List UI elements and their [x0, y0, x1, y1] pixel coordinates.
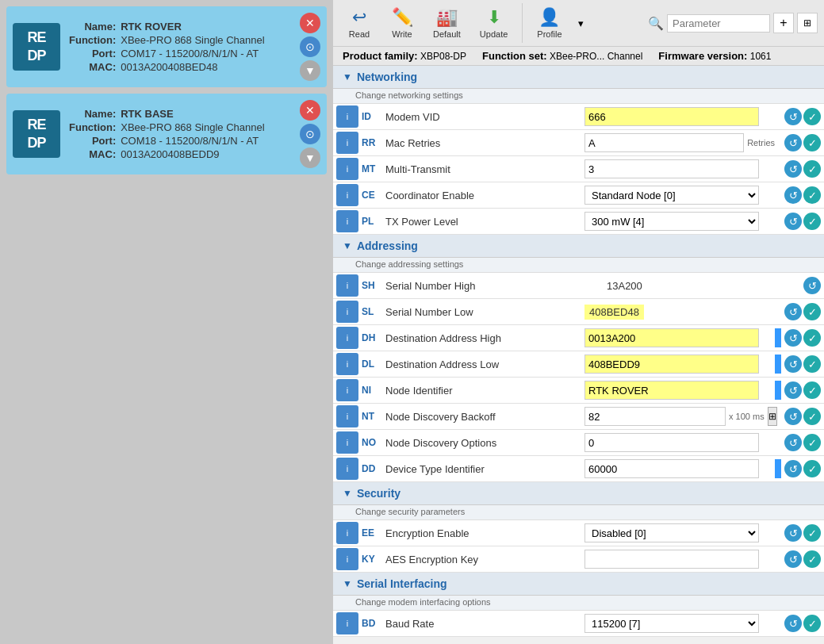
reset-btn-DH[interactable]: ↺	[784, 329, 802, 347]
reset-btn-BD[interactable]: ↺	[784, 615, 802, 632]
param-code-DD: DD	[362, 463, 384, 474]
apply-btn-PL[interactable]: ✓	[803, 213, 821, 230]
reset-btn-EE[interactable]: ↺	[784, 524, 802, 542]
param-code-EE: EE	[362, 527, 384, 539]
apply-btn-RR[interactable]: ✓	[803, 134, 821, 151]
reset-btn-RR[interactable]: ↺	[784, 134, 802, 151]
param-input-NT[interactable]	[584, 407, 726, 426]
apply-btn-NI[interactable]: ✓	[803, 381, 821, 399]
reset-btn-DL[interactable]: ↺	[784, 355, 802, 373]
section-header-serial[interactable]: ▼ Serial Interfacing	[333, 573, 824, 596]
info-button-ID[interactable]: i	[336, 105, 358, 128]
read-button[interactable]: ↩ Read	[339, 4, 379, 42]
param-unit-RR: Retries	[747, 138, 775, 148]
param-input-RR[interactable]	[584, 133, 744, 152]
profile-button[interactable]: 👤 Profile	[529, 4, 569, 42]
down-button-rover[interactable]: ▼	[300, 60, 320, 81]
param-input-DH[interactable]	[584, 328, 759, 347]
profile-dropdown-button[interactable]: ▾	[573, 14, 589, 33]
info-button-RR[interactable]: i	[336, 132, 358, 154]
write-button[interactable]: ✏️ Write	[382, 4, 422, 42]
section-header-networking[interactable]: ▼ Networking	[333, 66, 824, 89]
reset-btn-PL[interactable]: ↺	[784, 213, 802, 230]
param-input-NO[interactable]	[584, 433, 759, 452]
toolbar-right: 🔍 + ⊞	[648, 13, 818, 33]
reset-btn-SH[interactable]: ↺	[803, 277, 821, 294]
dropdown-arrow-icon: ▾	[578, 17, 584, 29]
param-name-DH: Destination Address High	[384, 332, 584, 344]
param-row-security-EE: i EE Encryption Enable Disabled [0] ↺ ✓	[333, 520, 824, 546]
param-select-BD[interactable]: 115200 [7]	[584, 614, 759, 633]
param-value-area-SH: 13A200	[604, 278, 794, 293]
reset-btn-NT[interactable]: ↺	[784, 408, 802, 425]
apply-btn-SL[interactable]: ✓	[803, 303, 821, 320]
info-button-SH[interactable]: i	[336, 274, 358, 297]
default-button[interactable]: 🏭 Default	[425, 4, 469, 42]
update-icon: ⬇	[487, 7, 501, 28]
reset-btn-ID[interactable]: ↺	[784, 108, 802, 125]
add-button[interactable]: +	[773, 13, 794, 33]
param-input-ID[interactable]	[584, 107, 759, 126]
section-header-addressing[interactable]: ▼ Addressing	[333, 235, 824, 258]
param-input-KY[interactable]	[584, 550, 759, 569]
apply-btn-DD[interactable]: ✓	[803, 460, 821, 477]
close-button-base[interactable]: ✕	[300, 100, 320, 121]
down-button-base[interactable]: ▼	[300, 148, 320, 168]
apply-btn-NT[interactable]: ✓	[803, 408, 821, 425]
info-button-SL[interactable]: i	[336, 301, 358, 323]
param-input-DD[interactable]	[584, 459, 759, 478]
read-label: Read	[349, 29, 370, 39]
info-button-EE[interactable]: i	[336, 522, 358, 544]
firmware-label: Firmware version: 1061	[658, 50, 771, 62]
apply-btn-EE[interactable]: ✓	[803, 524, 821, 542]
section-title-security: Security	[357, 487, 401, 500]
reset-btn-NO[interactable]: ↺	[784, 434, 802, 451]
info-button-NI[interactable]: i	[336, 379, 358, 401]
apply-btn-DH[interactable]: ✓	[803, 329, 821, 347]
reset-btn-NI[interactable]: ↺	[784, 381, 802, 399]
reset-btn-DD[interactable]: ↺	[784, 460, 802, 477]
param-input-DL[interactable]	[584, 355, 759, 374]
param-row-addressing-SH: i SH Serial Number High 13A200 ↺	[333, 273, 824, 299]
reset-btn-CE[interactable]: ↺	[784, 186, 802, 204]
section-header-security[interactable]: ▼ Security	[333, 482, 824, 505]
apply-btn-BD[interactable]: ✓	[803, 615, 821, 632]
device-card-rover: REDP Name:RTK ROVER Function:XBee-PRO 86…	[6, 6, 327, 87]
info-button-DL[interactable]: i	[336, 353, 358, 375]
param-select-PL[interactable]: 300 mW [4]	[584, 212, 759, 231]
info-button-MT[interactable]: i	[336, 158, 358, 180]
network-button-base[interactable]: ⊙	[300, 124, 320, 144]
reset-btn-MT[interactable]: ↺	[784, 160, 802, 178]
param-input-NI[interactable]	[584, 381, 759, 400]
expand-button[interactable]: ⊞	[797, 13, 818, 33]
close-button-rover[interactable]: ✕	[300, 13, 320, 33]
info-button-CE[interactable]: i	[336, 184, 358, 206]
info-button-DH[interactable]: i	[336, 327, 358, 349]
apply-btn-CE[interactable]: ✓	[803, 186, 821, 204]
network-button-rover[interactable]: ⊙	[300, 36, 320, 57]
info-button-PL[interactable]: i	[336, 210, 358, 232]
param-value-area-ID	[584, 107, 775, 126]
info-button-KY[interactable]: i	[336, 548, 358, 570]
param-name-CE: Coordinator Enable	[384, 190, 584, 201]
param-name-NO: Node Discovery Options	[384, 437, 584, 449]
apply-btn-MT[interactable]: ✓	[803, 160, 821, 178]
apply-btn-ID[interactable]: ✓	[803, 108, 821, 125]
changed-indicator-DH	[775, 328, 781, 347]
apply-btn-NO[interactable]: ✓	[803, 434, 821, 451]
search-input[interactable]	[667, 14, 770, 33]
info-button-NT[interactable]: i	[336, 405, 358, 427]
apply-btn-DL[interactable]: ✓	[803, 355, 821, 373]
info-button-BD[interactable]: i	[336, 612, 358, 634]
info-button-NO[interactable]: i	[336, 431, 358, 454]
param-select-EE[interactable]: Disabled [0]	[584, 523, 759, 542]
reset-btn-KY[interactable]: ↺	[784, 550, 802, 568]
param-row-serial-BD: i BD Baud Rate 115200 [7] ↺ ✓	[333, 611, 824, 637]
param-select-CE[interactable]: Standard Node [0]	[584, 186, 759, 205]
info-button-DD[interactable]: i	[336, 458, 358, 480]
param-value-area-NI	[584, 381, 775, 400]
param-input-MT[interactable]	[584, 159, 759, 178]
reset-btn-SL[interactable]: ↺	[784, 303, 802, 320]
update-button[interactable]: ⬇ Update	[472, 4, 515, 42]
apply-btn-KY[interactable]: ✓	[803, 550, 821, 568]
